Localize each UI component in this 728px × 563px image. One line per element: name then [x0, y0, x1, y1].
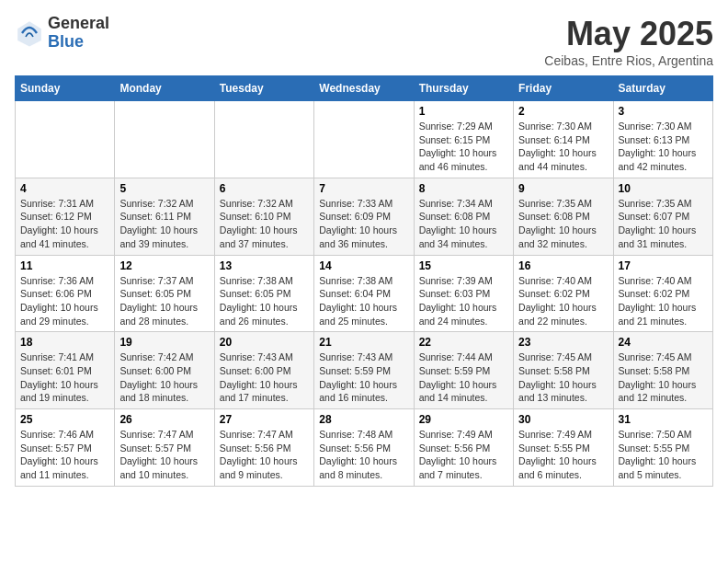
calendar-week-4: 18Sunrise: 7:41 AM Sunset: 6:01 PM Dayli…	[16, 332, 713, 409]
day-number: 13	[220, 259, 309, 272]
day-number: 11	[20, 259, 109, 272]
day-number: 23	[518, 336, 608, 349]
day-info: Sunrise: 7:50 AM Sunset: 5:55 PM Dayligh…	[619, 428, 708, 482]
day-number: 4	[20, 182, 109, 195]
page-header: General Blue May 2025 Ceibas, Entre Rios…	[15, 15, 713, 68]
calendar-cell: 31Sunrise: 7:50 AM Sunset: 5:55 PM Dayli…	[613, 409, 712, 487]
col-saturday: Saturday	[613, 76, 712, 101]
day-info: Sunrise: 7:46 AM Sunset: 5:57 PM Dayligh…	[20, 428, 109, 482]
day-number: 20	[220, 336, 309, 349]
day-info: Sunrise: 7:41 AM Sunset: 6:01 PM Dayligh…	[20, 350, 109, 405]
day-info: Sunrise: 7:42 AM Sunset: 6:00 PM Dayligh…	[119, 350, 209, 405]
day-number: 9	[518, 182, 608, 195]
day-number: 21	[319, 336, 408, 349]
day-number: 29	[419, 413, 508, 426]
day-info: Sunrise: 7:38 AM Sunset: 6:05 PM Dayligh…	[220, 274, 309, 328]
calendar-cell: 2Sunrise: 7:30 AM Sunset: 6:14 PM Daylig…	[514, 101, 613, 178]
day-info: Sunrise: 7:31 AM Sunset: 6:12 PM Dayligh…	[20, 197, 109, 251]
calendar-cell: 4Sunrise: 7:31 AM Sunset: 6:12 PM Daylig…	[16, 178, 115, 255]
calendar-cell	[214, 101, 313, 178]
day-number: 12	[119, 259, 209, 272]
calendar-week-2: 4Sunrise: 7:31 AM Sunset: 6:12 PM Daylig…	[16, 178, 713, 255]
day-info: Sunrise: 7:43 AM Sunset: 5:59 PM Dayligh…	[319, 350, 408, 405]
calendar-cell: 25Sunrise: 7:46 AM Sunset: 5:57 PM Dayli…	[16, 409, 115, 487]
day-info: Sunrise: 7:39 AM Sunset: 6:03 PM Dayligh…	[419, 274, 508, 328]
day-info: Sunrise: 7:35 AM Sunset: 6:08 PM Dayligh…	[518, 197, 608, 251]
calendar-cell: 1Sunrise: 7:29 AM Sunset: 6:15 PM Daylig…	[414, 101, 513, 178]
title-block: May 2025 Ceibas, Entre Rios, Argentina	[544, 15, 713, 68]
day-info: Sunrise: 7:32 AM Sunset: 6:11 PM Dayligh…	[119, 197, 209, 251]
day-number: 5	[119, 182, 209, 195]
day-number: 16	[518, 259, 608, 272]
day-number: 28	[319, 413, 408, 426]
day-info: Sunrise: 7:36 AM Sunset: 6:06 PM Dayligh…	[20, 274, 109, 328]
calendar-cell: 9Sunrise: 7:35 AM Sunset: 6:08 PM Daylig…	[514, 178, 613, 255]
day-number: 14	[319, 259, 408, 272]
day-info: Sunrise: 7:44 AM Sunset: 5:59 PM Dayligh…	[419, 350, 508, 405]
calendar-cell: 14Sunrise: 7:38 AM Sunset: 6:04 PM Dayli…	[314, 255, 414, 332]
calendar-cell: 16Sunrise: 7:40 AM Sunset: 6:02 PM Dayli…	[514, 255, 613, 332]
day-number: 19	[119, 336, 209, 349]
calendar-cell: 29Sunrise: 7:49 AM Sunset: 5:56 PM Dayli…	[414, 409, 513, 487]
day-info: Sunrise: 7:48 AM Sunset: 5:56 PM Dayligh…	[319, 428, 408, 482]
calendar-cell: 21Sunrise: 7:43 AM Sunset: 5:59 PM Dayli…	[314, 332, 414, 409]
day-number: 26	[119, 413, 209, 426]
day-info: Sunrise: 7:37 AM Sunset: 6:05 PM Dayligh…	[119, 274, 209, 328]
header-row: Sunday Monday Tuesday Wednesday Thursday…	[16, 76, 713, 101]
day-info: Sunrise: 7:43 AM Sunset: 6:00 PM Dayligh…	[220, 350, 309, 405]
day-number: 1	[419, 105, 508, 118]
day-info: Sunrise: 7:38 AM Sunset: 6:04 PM Dayligh…	[319, 274, 408, 328]
day-number: 31	[619, 413, 708, 426]
calendar-cell: 27Sunrise: 7:47 AM Sunset: 5:56 PM Dayli…	[214, 409, 313, 487]
day-number: 27	[220, 413, 309, 426]
day-number: 7	[319, 182, 408, 195]
day-number: 15	[419, 259, 508, 272]
calendar-cell: 23Sunrise: 7:45 AM Sunset: 5:58 PM Dayli…	[514, 332, 613, 409]
calendar-cell: 22Sunrise: 7:44 AM Sunset: 5:59 PM Dayli…	[414, 332, 513, 409]
calendar-cell: 12Sunrise: 7:37 AM Sunset: 6:05 PM Dayli…	[115, 255, 214, 332]
day-info: Sunrise: 7:32 AM Sunset: 6:10 PM Dayligh…	[220, 197, 309, 251]
calendar-cell: 24Sunrise: 7:45 AM Sunset: 5:58 PM Dayli…	[613, 332, 712, 409]
calendar-cell: 5Sunrise: 7:32 AM Sunset: 6:11 PM Daylig…	[115, 178, 214, 255]
day-number: 25	[20, 413, 109, 426]
day-number: 6	[220, 182, 309, 195]
day-info: Sunrise: 7:45 AM Sunset: 5:58 PM Dayligh…	[518, 350, 608, 405]
day-info: Sunrise: 7:33 AM Sunset: 6:09 PM Dayligh…	[319, 197, 408, 251]
logo-text: General Blue	[48, 15, 109, 52]
logo-icon	[15, 18, 44, 48]
calendar-week-5: 25Sunrise: 7:46 AM Sunset: 5:57 PM Dayli…	[16, 409, 713, 487]
calendar-week-1: 1Sunrise: 7:29 AM Sunset: 6:15 PM Daylig…	[16, 101, 713, 178]
day-number: 30	[518, 413, 608, 426]
calendar-cell	[16, 101, 115, 178]
day-info: Sunrise: 7:47 AM Sunset: 5:56 PM Dayligh…	[220, 428, 309, 482]
day-number: 3	[619, 105, 708, 118]
day-info: Sunrise: 7:49 AM Sunset: 5:56 PM Dayligh…	[419, 428, 508, 482]
day-info: Sunrise: 7:35 AM Sunset: 6:07 PM Dayligh…	[619, 197, 708, 251]
day-number: 2	[518, 105, 608, 118]
calendar-cell: 3Sunrise: 7:30 AM Sunset: 6:13 PM Daylig…	[613, 101, 712, 178]
calendar-cell: 15Sunrise: 7:39 AM Sunset: 6:03 PM Dayli…	[414, 255, 513, 332]
calendar-week-3: 11Sunrise: 7:36 AM Sunset: 6:06 PM Dayli…	[16, 255, 713, 332]
day-info: Sunrise: 7:40 AM Sunset: 6:02 PM Dayligh…	[619, 274, 708, 328]
calendar-header: Sunday Monday Tuesday Wednesday Thursday…	[16, 76, 713, 101]
calendar-cell: 18Sunrise: 7:41 AM Sunset: 6:01 PM Dayli…	[16, 332, 115, 409]
day-number: 22	[419, 336, 508, 349]
col-friday: Friday	[514, 76, 613, 101]
calendar-cell: 30Sunrise: 7:49 AM Sunset: 5:55 PM Dayli…	[514, 409, 613, 487]
calendar-cell: 17Sunrise: 7:40 AM Sunset: 6:02 PM Dayli…	[613, 255, 712, 332]
day-info: Sunrise: 7:30 AM Sunset: 6:14 PM Dayligh…	[518, 120, 608, 174]
calendar-cell	[115, 101, 214, 178]
day-info: Sunrise: 7:49 AM Sunset: 5:55 PM Dayligh…	[518, 428, 608, 482]
day-info: Sunrise: 7:45 AM Sunset: 5:58 PM Dayligh…	[619, 350, 708, 405]
calendar-table: Sunday Monday Tuesday Wednesday Thursday…	[15, 75, 713, 487]
calendar-cell: 28Sunrise: 7:48 AM Sunset: 5:56 PM Dayli…	[314, 409, 414, 487]
calendar-cell	[314, 101, 414, 178]
day-number: 24	[619, 336, 708, 349]
svg-marker-0	[17, 21, 41, 46]
calendar-body: 1Sunrise: 7:29 AM Sunset: 6:15 PM Daylig…	[16, 101, 713, 487]
col-wednesday: Wednesday	[314, 76, 414, 101]
col-thursday: Thursday	[414, 76, 513, 101]
col-monday: Monday	[115, 76, 214, 101]
day-number: 18	[20, 336, 109, 349]
day-info: Sunrise: 7:34 AM Sunset: 6:08 PM Dayligh…	[419, 197, 508, 251]
